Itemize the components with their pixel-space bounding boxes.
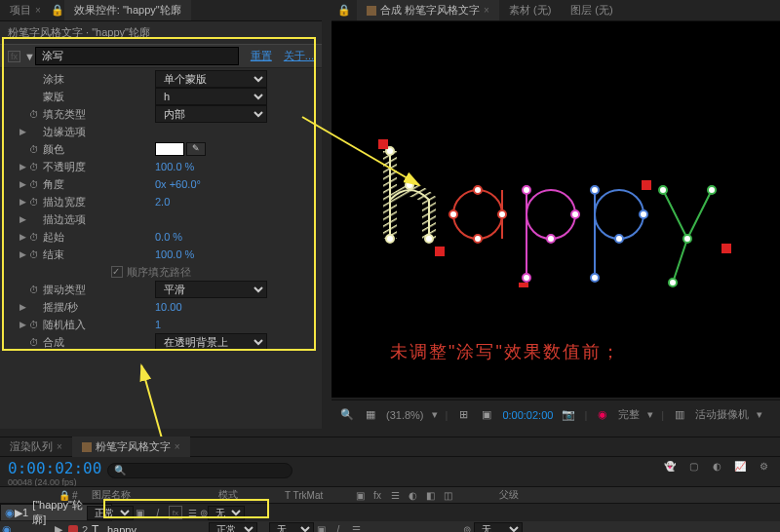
col-mode[interactable]: 模式: [218, 488, 285, 502]
tab-timeline-comp[interactable]: 粉笔字风格文字×: [72, 437, 190, 457]
svg-point-14: [526, 190, 575, 239]
close-icon[interactable]: ×: [484, 5, 489, 16]
pickwhip-icon[interactable]: ⊚: [460, 523, 474, 533]
stopwatch-icon[interactable]: ⏱: [29, 162, 40, 172]
eyedropper-icon[interactable]: ✎: [186, 142, 206, 156]
trkmat-select[interactable]: 无: [269, 522, 314, 532]
about-link[interactable]: 关于...: [284, 49, 314, 63]
stopwatch-icon[interactable]: ⏱: [29, 197, 40, 208]
effect-name[interactable]: 涂写: [35, 47, 239, 65]
prop-stroke-width: ▶⏱描边宽度2.0: [0, 193, 322, 210]
tab-effect-controls[interactable]: 效果控件: "happy"轮廓: [64, 0, 191, 20]
col-parent[interactable]: 父级: [499, 488, 558, 502]
parent-select[interactable]: 无: [208, 506, 245, 520]
brain-icon[interactable]: ⚙: [757, 459, 770, 473]
channel-icon[interactable]: ▣: [479, 407, 494, 423]
composition-viewer[interactable]: 未调整"涂写"效果数值前；: [332, 21, 780, 398]
reset-link[interactable]: 重置: [251, 49, 272, 63]
blend-mode-select[interactable]: 正常: [209, 522, 257, 532]
chevron-right-icon[interactable]: ▶: [20, 302, 29, 312]
parent-select[interactable]: 无: [474, 522, 523, 532]
layer-name[interactable]: happy: [103, 524, 209, 533]
smear-select[interactable]: 单个蒙版: [155, 70, 267, 88]
chevron-right-icon[interactable]: ▶: [20, 214, 29, 224]
svg-point-2: [386, 235, 394, 243]
snapshot-icon[interactable]: 📷: [561, 407, 576, 423]
chevron-right-icon[interactable]: ▶: [20, 162, 29, 171]
frame-blend-icon[interactable]: ▢: [686, 459, 700, 473]
mask-select[interactable]: h: [155, 88, 267, 105]
prop-stroke-options[interactable]: ▶描边选项: [0, 210, 322, 228]
close-icon[interactable]: ×: [175, 441, 180, 452]
camera-select[interactable]: 活动摄像机: [695, 407, 749, 422]
col-trkmat[interactable]: T TrkMat: [285, 490, 353, 501]
stopwatch-icon[interactable]: ⏱: [29, 320, 40, 330]
prop-start: ▶⏱起始0.0 %: [0, 228, 322, 246]
stopwatch-icon[interactable]: ⏱: [29, 144, 40, 155]
magnify-icon[interactable]: 🔍: [339, 407, 355, 423]
wiggletype-select[interactable]: 平滑: [155, 281, 267, 298]
chevron-right-icon[interactable]: ▶: [20, 197, 29, 207]
svg-point-23: [591, 274, 599, 282]
stopwatch-icon[interactable]: ⏱: [29, 232, 40, 243]
shy-icon[interactable]: 👻: [663, 459, 677, 473]
grid-icon[interactable]: ▦: [363, 407, 378, 423]
composite-select[interactable]: 在透明背景上: [155, 333, 267, 351]
stopwatch-icon[interactable]: ⏱: [29, 285, 40, 295]
end-value[interactable]: 100.0 %: [155, 248, 194, 260]
label-color[interactable]: [68, 525, 78, 533]
visibility-toggle[interactable]: ◉: [5, 507, 15, 519]
chevron-right-icon[interactable]: ▶: [20, 249, 29, 259]
pickwhip-icon[interactable]: ⊚: [200, 506, 208, 519]
rgb-icon[interactable]: ◉: [595, 407, 610, 423]
prop-mask: 蒙版h: [0, 88, 322, 105]
fx-badge: fx: [8, 51, 20, 62]
graph-icon[interactable]: 📈: [733, 459, 747, 473]
stopwatch-icon[interactable]: ⏱: [29, 179, 40, 190]
preview-content: [370, 132, 741, 287]
start-value[interactable]: 0.0 %: [155, 231, 182, 243]
view-icon[interactable]: ▥: [672, 407, 687, 423]
wiggleps-value[interactable]: 10.00: [155, 301, 182, 313]
adj-col-icon: ◧: [423, 488, 437, 502]
svg-point-25: [615, 235, 623, 243]
stopwatch-icon[interactable]: ⏱: [29, 109, 40, 120]
chevron-right-icon[interactable]: ▶: [20, 232, 29, 242]
opacity-value[interactable]: 100.0 %: [155, 161, 194, 172]
angle-value[interactable]: 0x +60.0°: [155, 178, 201, 190]
blend-mode-select[interactable]: 正常: [87, 506, 134, 520]
chevron-right-icon[interactable]: ▶: [20, 179, 29, 189]
prop-edge-options[interactable]: ▶边缘选项: [0, 123, 322, 140]
col-layer-name[interactable]: 图层名称: [92, 488, 218, 502]
svg-point-18: [547, 235, 555, 243]
chevron-down-icon[interactable]: ▼: [24, 51, 35, 62]
motion-blur-icon[interactable]: ◐: [710, 459, 723, 473]
lock-icon[interactable]: 🔒: [51, 4, 64, 17]
lock-icon[interactable]: 🔒: [332, 4, 357, 17]
tab-layer[interactable]: 图层 (无): [561, 0, 622, 20]
timeline-search[interactable]: 🔍: [107, 463, 292, 478]
randseed-value[interactable]: 1: [155, 319, 161, 330]
stopwatch-icon[interactable]: ⏱: [29, 249, 40, 260]
prop-angle: ▶⏱角度0x +60.0°: [0, 175, 322, 193]
tab-project[interactable]: 项目×: [0, 0, 51, 20]
svg-point-3: [406, 181, 413, 189]
close-icon[interactable]: ×: [35, 5, 41, 16]
chevron-right-icon[interactable]: ▶: [20, 127, 29, 136]
timeline-row[interactable]: ◉ ▶ 2 T happy 正常 无 ▣/ ☰ ⊚ 无: [0, 521, 780, 532]
tab-render-queue[interactable]: 渲染队列×: [0, 437, 72, 457]
stopwatch-icon[interactable]: ⏱: [29, 337, 40, 348]
resolution-icon[interactable]: ⊞: [455, 407, 471, 423]
chevron-right-icon[interactable]: ▶: [20, 320, 29, 329]
timeline-row[interactable]: ◉ ▶ 1 ["happy"轮廓] 正常 ▣/ fx ☰ ⊚ 无: [0, 504, 112, 521]
strokew-value[interactable]: 2.0: [155, 196, 170, 208]
zoom-value[interactable]: (31.8%): [386, 409, 424, 421]
seqfill-checkbox[interactable]: [111, 266, 123, 278]
tab-footage[interactable]: 素材 (无): [499, 0, 561, 20]
quality-select[interactable]: 完整: [618, 407, 640, 422]
color-swatch[interactable]: [155, 142, 184, 156]
visibility-toggle[interactable]: ◉: [0, 523, 14, 532]
viewer-time[interactable]: 0:00:02:00: [502, 409, 553, 421]
filltype-select[interactable]: 内部: [155, 105, 267, 123]
tab-composition[interactable]: 合成 粉笔字风格文字×: [357, 0, 499, 20]
